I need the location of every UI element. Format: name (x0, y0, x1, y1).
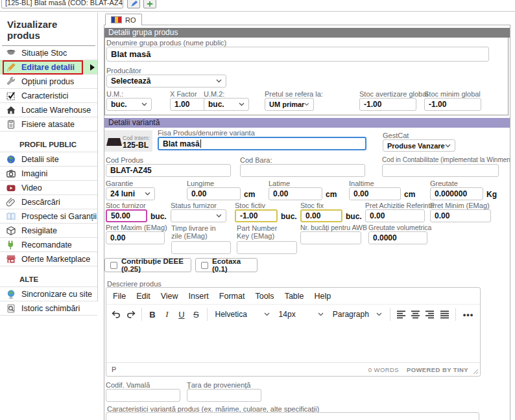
tara-provenienta-label: Țara de proveniență (187, 382, 261, 388)
sidebar-item-situatie-stoc[interactable]: Situație Stoc (0, 46, 97, 60)
menu-format[interactable]: Format (219, 292, 245, 301)
menu-view[interactable]: View (161, 292, 178, 301)
menu-help[interactable]: Help (315, 292, 331, 301)
font-family-select[interactable]: Helvetica (211, 307, 274, 322)
caracteristici-input[interactable] (106, 412, 479, 420)
cod-bara-input[interactable] (240, 164, 365, 177)
chevron-down-icon (376, 312, 382, 316)
sidebar-item-label: Descărcări (21, 198, 60, 207)
align-left-icon[interactable] (394, 307, 408, 322)
menu-table[interactable]: Table (285, 292, 304, 301)
part-number-input[interactable] (237, 241, 297, 254)
um2-select[interactable]: buc. (204, 98, 249, 111)
sidebar-item-recomandate[interactable]: Recomandate (0, 238, 97, 252)
menu-edit[interactable]: Edit (136, 292, 150, 301)
edit-product-button[interactable] (127, 0, 140, 8)
codif-vamala-input[interactable] (106, 389, 180, 402)
sidebar-item-label: Opțiuni produs (21, 77, 74, 86)
wrench-icon (5, 76, 16, 87)
pret-maxim-input[interactable]: 0.00 (106, 231, 165, 244)
stoc-avertizare-input[interactable]: -1.00 (359, 98, 416, 111)
sidebar-item-prospecte-garantii[interactable]: Prospecte si Garanții (0, 209, 97, 224)
stoc-minim-input[interactable]: -1.00 (424, 98, 481, 111)
editor-content-area[interactable] (106, 324, 480, 362)
italic-button[interactable]: I (160, 307, 174, 322)
pencil-icon (130, 0, 138, 8)
undo-icon[interactable] (109, 307, 123, 322)
denumire-grupa-input[interactable]: Blat masă (106, 47, 489, 62)
pret-achizitie-input[interactable]: 0.00 (365, 209, 425, 222)
font-size-select[interactable]: 14px (274, 307, 328, 322)
lungime-input[interactable]: 0.00 (187, 187, 241, 200)
sidebar-item-istoric-schimbari[interactable]: Istoric schimbări (0, 301, 97, 316)
greutate-volumetrica-input[interactable]: 0.0000 (368, 231, 427, 244)
stoc-avertizare-label: Stoc avertizare global (359, 91, 416, 97)
align-center-icon[interactable] (409, 307, 423, 322)
stoc-fictiv-label: Stoc fictiv (235, 202, 278, 209)
sidebar-item-video[interactable]: Video (0, 181, 97, 195)
sidebar-item-oferte-marketplace[interactable]: Oferte Marketplace (0, 252, 97, 266)
producator-select[interactable]: Selectează (106, 75, 226, 88)
ecotaxa-checkbox-button[interactable]: Ecotaxa (0.1) (195, 258, 258, 272)
element-path[interactable]: P (112, 366, 116, 373)
menu-tools[interactable]: Tools (255, 292, 274, 301)
timp-livrare-input[interactable] (171, 241, 231, 254)
field-gestcat: GestCat Produse Vanzare (383, 132, 455, 152)
sidebar-item-imagini[interactable]: Imagini (0, 167, 97, 181)
underline-button[interactable]: U (174, 307, 189, 322)
greutate-input[interactable]: 0.000000 (430, 187, 483, 200)
align-justify-icon[interactable] (438, 307, 452, 322)
field-stoc-fictiv: Stoc fictiv -1.00 buc. (235, 202, 278, 222)
nr-bucati-input[interactable] (300, 231, 361, 244)
sidebar-item-detalii-site[interactable]: Detalii site (0, 152, 97, 167)
redo-icon[interactable] (123, 307, 138, 322)
sidebar-item-optiuni-produs[interactable]: Opțiuni produs (0, 75, 97, 89)
sidebar-item-locatie-warehouse[interactable]: Locatie Warehouse (0, 103, 97, 117)
ecotaxa-checkbox[interactable] (201, 262, 208, 269)
stoc-furnizor-input[interactable]: 50.00 (106, 209, 147, 222)
powered-by-tiny[interactable]: POWERED BY TINY (407, 366, 468, 373)
gestcat-select[interactable]: Produse Vanzare (383, 139, 455, 152)
menu-file[interactable]: File (113, 292, 126, 301)
strikethrough-button[interactable]: S (189, 307, 203, 322)
sidebar-item-caracteristici[interactable]: Caracteristici (0, 89, 97, 103)
stoc-minim-label: Stoc minim global (424, 91, 481, 97)
cod-contabilitate-input[interactable] (382, 164, 499, 177)
tab-ro[interactable]: RO (105, 14, 142, 25)
field-nr-bucati: Nr. bucăți pentru AWB (300, 224, 361, 244)
sidebar-item-sincronizare-site[interactable]: Sincronizare cu site (0, 287, 97, 301)
stoc-fictiv-input[interactable]: -1.00 (235, 209, 278, 222)
fisa-produs-input[interactable]: Blat masă (158, 137, 366, 150)
add-product-button[interactable] (143, 0, 156, 8)
sidebar-item-fisiere-atasate[interactable]: Fisiere atasate (0, 117, 97, 132)
sidebar-item-resigilate[interactable]: Resigilate (0, 224, 97, 238)
editor-toolbar: B I U S Helvetica 14px Paragraph ••• (106, 304, 480, 324)
menu-insert[interactable]: Insert (189, 292, 209, 301)
stoc-furnizor-label: Stoc furnizor (106, 202, 147, 209)
field-pret-maxim: Pret Maxim (EMag) 0.00 (106, 224, 165, 244)
garantie-select[interactable]: 24 luni (106, 187, 155, 200)
pret-ref-select[interactable]: UM primar (265, 98, 314, 111)
sidebar-item-editare-detalii[interactable]: Editare detalii (0, 60, 97, 75)
globe-icon (5, 154, 16, 165)
status-furnizor-select[interactable] (171, 209, 226, 222)
latime-input[interactable]: 0.00 (269, 187, 322, 200)
word-count[interactable]: 0 WORDS (368, 366, 399, 373)
cod-produs-input[interactable]: BLAT-AZ45 (106, 164, 231, 177)
inaltime-input[interactable]: 0.00 (349, 187, 401, 200)
align-right-icon[interactable] (423, 307, 437, 322)
deee-checkbox-button[interactable]: Contribuție DEEE (0.25) (104, 258, 191, 272)
bold-button[interactable]: B (145, 307, 160, 322)
block-format-select[interactable]: Paragraph (328, 307, 387, 322)
um-select[interactable]: buc. (106, 98, 152, 111)
stoc-fix-input[interactable]: 0.00 (300, 209, 342, 222)
more-tools-button[interactable]: ••• (459, 307, 477, 322)
tara-provenienta-input[interactable] (187, 389, 261, 402)
sidebar-item-label: Situație Stoc (21, 49, 67, 58)
pret-minim-input[interactable]: 0.00 (430, 209, 491, 222)
product-selector[interactable]: [125-BL] Blat masă (COD: BLAT-AZ45) (1, 0, 123, 8)
camera-icon (5, 169, 16, 179)
sidebar-item-descarcari[interactable]: Descărcări (0, 195, 97, 209)
deee-checkbox[interactable] (110, 262, 117, 269)
resize-handle[interactable] (473, 369, 479, 375)
